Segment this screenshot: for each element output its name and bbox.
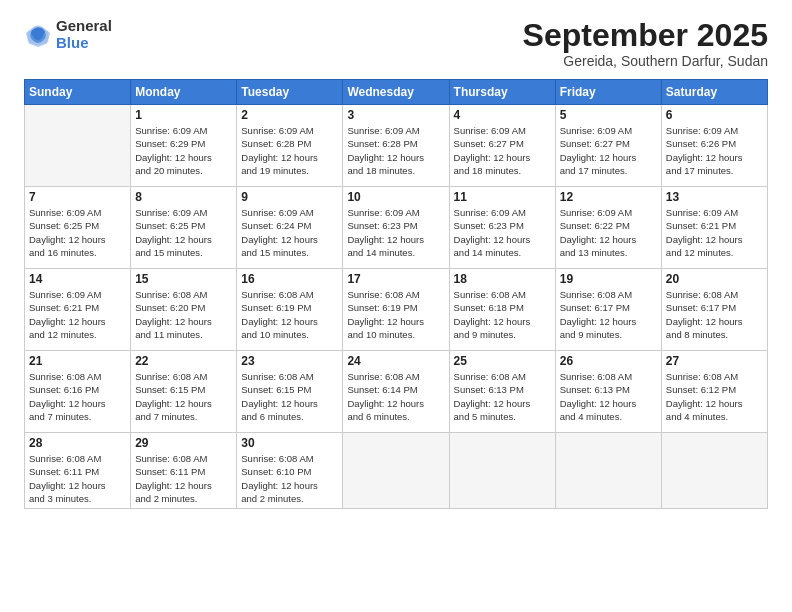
day-number: 11 (454, 190, 551, 204)
day-info: Sunrise: 6:08 AM Sunset: 6:13 PM Dayligh… (454, 370, 551, 423)
cell-w1-d4: 4Sunrise: 6:09 AM Sunset: 6:27 PM Daylig… (449, 105, 555, 187)
cell-w1-d6: 6Sunrise: 6:09 AM Sunset: 6:26 PM Daylig… (661, 105, 767, 187)
page: General Blue September 2025 Gereida, Sou… (0, 0, 792, 612)
col-thursday: Thursday (449, 80, 555, 105)
week-row-1: 1Sunrise: 6:09 AM Sunset: 6:29 PM Daylig… (25, 105, 768, 187)
cell-w4-d2: 23Sunrise: 6:08 AM Sunset: 6:15 PM Dayli… (237, 351, 343, 433)
day-info: Sunrise: 6:09 AM Sunset: 6:28 PM Dayligh… (241, 124, 338, 177)
day-info: Sunrise: 6:08 AM Sunset: 6:16 PM Dayligh… (29, 370, 126, 423)
cell-w5-d6 (661, 433, 767, 509)
day-number: 14 (29, 272, 126, 286)
day-number: 8 (135, 190, 232, 204)
cell-w3-d2: 16Sunrise: 6:08 AM Sunset: 6:19 PM Dayli… (237, 269, 343, 351)
day-info: Sunrise: 6:08 AM Sunset: 6:19 PM Dayligh… (347, 288, 444, 341)
day-info: Sunrise: 6:09 AM Sunset: 6:22 PM Dayligh… (560, 206, 657, 259)
cell-w1-d3: 3Sunrise: 6:09 AM Sunset: 6:28 PM Daylig… (343, 105, 449, 187)
day-info: Sunrise: 6:09 AM Sunset: 6:23 PM Dayligh… (347, 206, 444, 259)
cell-w4-d4: 25Sunrise: 6:08 AM Sunset: 6:13 PM Dayli… (449, 351, 555, 433)
day-number: 29 (135, 436, 232, 450)
day-number: 10 (347, 190, 444, 204)
cell-w5-d1: 29Sunrise: 6:08 AM Sunset: 6:11 PM Dayli… (131, 433, 237, 509)
cell-w1-d2: 2Sunrise: 6:09 AM Sunset: 6:28 PM Daylig… (237, 105, 343, 187)
cell-w5-d0: 28Sunrise: 6:08 AM Sunset: 6:11 PM Dayli… (25, 433, 131, 509)
col-sunday: Sunday (25, 80, 131, 105)
day-info: Sunrise: 6:09 AM Sunset: 6:24 PM Dayligh… (241, 206, 338, 259)
day-info: Sunrise: 6:09 AM Sunset: 6:23 PM Dayligh… (454, 206, 551, 259)
day-number: 19 (560, 272, 657, 286)
day-number: 26 (560, 354, 657, 368)
col-saturday: Saturday (661, 80, 767, 105)
day-number: 21 (29, 354, 126, 368)
cell-w4-d0: 21Sunrise: 6:08 AM Sunset: 6:16 PM Dayli… (25, 351, 131, 433)
day-number: 5 (560, 108, 657, 122)
cell-w3-d5: 19Sunrise: 6:08 AM Sunset: 6:17 PM Dayli… (555, 269, 661, 351)
col-tuesday: Tuesday (237, 80, 343, 105)
day-info: Sunrise: 6:08 AM Sunset: 6:14 PM Dayligh… (347, 370, 444, 423)
cell-w1-d5: 5Sunrise: 6:09 AM Sunset: 6:27 PM Daylig… (555, 105, 661, 187)
cell-w3-d3: 17Sunrise: 6:08 AM Sunset: 6:19 PM Dayli… (343, 269, 449, 351)
day-info: Sunrise: 6:08 AM Sunset: 6:10 PM Dayligh… (241, 452, 338, 505)
day-number: 3 (347, 108, 444, 122)
cell-w2-d0: 7Sunrise: 6:09 AM Sunset: 6:25 PM Daylig… (25, 187, 131, 269)
header: General Blue September 2025 Gereida, Sou… (24, 18, 768, 69)
cell-w5-d3 (343, 433, 449, 509)
logo-text: General Blue (56, 18, 112, 51)
day-number: 15 (135, 272, 232, 286)
day-number: 27 (666, 354, 763, 368)
day-number: 9 (241, 190, 338, 204)
cell-w3-d4: 18Sunrise: 6:08 AM Sunset: 6:18 PM Dayli… (449, 269, 555, 351)
week-row-4: 21Sunrise: 6:08 AM Sunset: 6:16 PM Dayli… (25, 351, 768, 433)
day-number: 25 (454, 354, 551, 368)
logo-general-text: General (56, 18, 112, 35)
day-info: Sunrise: 6:08 AM Sunset: 6:18 PM Dayligh… (454, 288, 551, 341)
day-number: 17 (347, 272, 444, 286)
title-location: Gereida, Southern Darfur, Sudan (523, 53, 768, 69)
cell-w2-d2: 9Sunrise: 6:09 AM Sunset: 6:24 PM Daylig… (237, 187, 343, 269)
col-wednesday: Wednesday (343, 80, 449, 105)
cell-w3-d6: 20Sunrise: 6:08 AM Sunset: 6:17 PM Dayli… (661, 269, 767, 351)
cell-w1-d1: 1Sunrise: 6:09 AM Sunset: 6:29 PM Daylig… (131, 105, 237, 187)
logo: General Blue (24, 18, 112, 51)
day-number: 30 (241, 436, 338, 450)
cell-w4-d1: 22Sunrise: 6:08 AM Sunset: 6:15 PM Dayli… (131, 351, 237, 433)
day-number: 13 (666, 190, 763, 204)
day-info: Sunrise: 6:09 AM Sunset: 6:26 PM Dayligh… (666, 124, 763, 177)
day-number: 4 (454, 108, 551, 122)
cell-w3-d1: 15Sunrise: 6:08 AM Sunset: 6:20 PM Dayli… (131, 269, 237, 351)
day-info: Sunrise: 6:09 AM Sunset: 6:21 PM Dayligh… (29, 288, 126, 341)
day-info: Sunrise: 6:08 AM Sunset: 6:17 PM Dayligh… (560, 288, 657, 341)
day-info: Sunrise: 6:09 AM Sunset: 6:25 PM Dayligh… (29, 206, 126, 259)
title-month: September 2025 (523, 18, 768, 53)
day-info: Sunrise: 6:09 AM Sunset: 6:21 PM Dayligh… (666, 206, 763, 259)
day-number: 24 (347, 354, 444, 368)
cell-w4-d3: 24Sunrise: 6:08 AM Sunset: 6:14 PM Dayli… (343, 351, 449, 433)
cell-w4-d6: 27Sunrise: 6:08 AM Sunset: 6:12 PM Dayli… (661, 351, 767, 433)
day-info: Sunrise: 6:08 AM Sunset: 6:15 PM Dayligh… (135, 370, 232, 423)
cell-w2-d1: 8Sunrise: 6:09 AM Sunset: 6:25 PM Daylig… (131, 187, 237, 269)
col-friday: Friday (555, 80, 661, 105)
day-info: Sunrise: 6:08 AM Sunset: 6:13 PM Dayligh… (560, 370, 657, 423)
day-number: 23 (241, 354, 338, 368)
day-number: 2 (241, 108, 338, 122)
cell-w2-d4: 11Sunrise: 6:09 AM Sunset: 6:23 PM Dayli… (449, 187, 555, 269)
cell-w4-d5: 26Sunrise: 6:08 AM Sunset: 6:13 PM Dayli… (555, 351, 661, 433)
col-monday: Monday (131, 80, 237, 105)
day-info: Sunrise: 6:08 AM Sunset: 6:11 PM Dayligh… (135, 452, 232, 505)
day-number: 20 (666, 272, 763, 286)
day-info: Sunrise: 6:08 AM Sunset: 6:11 PM Dayligh… (29, 452, 126, 505)
day-info: Sunrise: 6:08 AM Sunset: 6:15 PM Dayligh… (241, 370, 338, 423)
day-info: Sunrise: 6:08 AM Sunset: 6:12 PM Dayligh… (666, 370, 763, 423)
cell-w1-d0 (25, 105, 131, 187)
day-info: Sunrise: 6:08 AM Sunset: 6:19 PM Dayligh… (241, 288, 338, 341)
week-row-5: 28Sunrise: 6:08 AM Sunset: 6:11 PM Dayli… (25, 433, 768, 509)
day-number: 1 (135, 108, 232, 122)
logo-blue-text: Blue (56, 35, 112, 52)
logo-icon (24, 21, 52, 49)
week-row-3: 14Sunrise: 6:09 AM Sunset: 6:21 PM Dayli… (25, 269, 768, 351)
cell-w3-d0: 14Sunrise: 6:09 AM Sunset: 6:21 PM Dayli… (25, 269, 131, 351)
week-row-2: 7Sunrise: 6:09 AM Sunset: 6:25 PM Daylig… (25, 187, 768, 269)
day-number: 16 (241, 272, 338, 286)
cell-w5-d2: 30Sunrise: 6:08 AM Sunset: 6:10 PM Dayli… (237, 433, 343, 509)
day-info: Sunrise: 6:09 AM Sunset: 6:27 PM Dayligh… (560, 124, 657, 177)
calendar-header-row: Sunday Monday Tuesday Wednesday Thursday… (25, 80, 768, 105)
